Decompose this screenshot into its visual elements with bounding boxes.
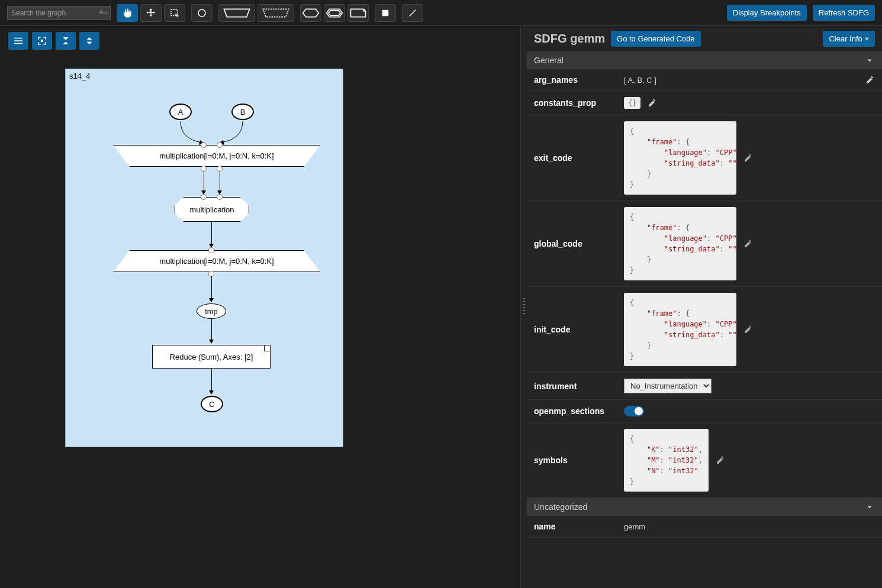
menu-button[interactable] — [8, 32, 28, 50]
add-tasklet[interactable] — [300, 4, 321, 22]
tool-group-add-tasklet — [300, 4, 369, 22]
openmp-toggle[interactable] — [624, 406, 644, 416]
case-sensitive-toggle[interactable]: Aa — [99, 8, 107, 15]
tool-group-add-map — [218, 4, 294, 22]
node-a[interactable]: A — [169, 104, 192, 120]
search-input[interactable] — [7, 6, 111, 20]
prop-instrument: instrument No_Instrumentation — [527, 373, 882, 400]
svg-marker-2 — [224, 9, 249, 17]
add-nested-sdfg[interactable] — [324, 4, 345, 22]
svg-point-12 — [41, 40, 43, 42]
svg-line-8 — [410, 9, 416, 16]
map-entry-node[interactable]: multiplication[i=0:M, j=0:N, k=0:K] — [113, 145, 320, 167]
prop-exit-code: exit_code { "frame": { "language": "CPP"… — [527, 115, 882, 201]
prop-arg-names: arg_names [ A, B, C ] — [527, 69, 882, 91]
add-state[interactable] — [375, 4, 396, 22]
svg-marker-3 — [263, 9, 288, 17]
display-breakpoints-button[interactable]: Display Breakpoints — [727, 5, 807, 21]
section-uncategorized[interactable]: Uncategorized — [527, 498, 882, 516]
info-panel: SDFG gemm Go to Generated Code Clear Inf… — [527, 26, 882, 588]
prop-global-code: global_code { "frame": { "language": "CP… — [527, 201, 882, 287]
state-label: s14_4 — [69, 72, 90, 80]
panel-header: SDFG gemm Go to Generated Code Clear Inf… — [527, 26, 882, 51]
svg-marker-4 — [303, 9, 319, 17]
code-box[interactable]: { "frame": { "language": "CPP", "string_… — [624, 293, 736, 366]
move-tool[interactable] — [140, 4, 162, 22]
goto-generated-code-button[interactable]: Go to Generated Code — [611, 31, 701, 47]
instrument-select[interactable]: No_Instrumentation — [624, 379, 712, 393]
expand-all-button[interactable] — [79, 32, 99, 50]
tmp-node[interactable]: tmp — [197, 303, 226, 319]
edit-icon[interactable] — [716, 455, 725, 465]
graph-panel: s14_4 A B multiplication[i=0:M, j=0:N, k… — [0, 26, 521, 588]
chevron-down-icon — [864, 502, 875, 512]
edit-icon[interactable] — [743, 153, 753, 163]
svg-marker-6 — [329, 10, 340, 15]
select-tool[interactable] — [164, 4, 185, 22]
svg-rect-9 — [14, 38, 22, 39]
svg-rect-10 — [14, 40, 22, 41]
clear-info-button[interactable]: Clear Info × — [823, 31, 875, 47]
edit-icon[interactable] — [648, 98, 657, 108]
constants-badge[interactable]: {} — [624, 97, 640, 109]
search-wrap: Aa — [7, 6, 111, 20]
edit-icon[interactable] — [865, 75, 875, 85]
main: s14_4 A B multiplication[i=0:M, j=0:N, k… — [0, 26, 882, 588]
tool-group-add-state — [375, 4, 396, 22]
chevron-down-icon — [864, 55, 875, 66]
map-exit-node[interactable]: multiplication[i=0:M, j=0:N, k=0:K] — [113, 250, 320, 272]
svg-rect-7 — [382, 9, 389, 16]
add-edge[interactable] — [402, 4, 423, 22]
tool-group-mode — [117, 4, 185, 22]
prop-constants-prop: constants_prop {} — [527, 91, 882, 115]
topbar: Aa — [0, 0, 882, 26]
canvas-toolbar — [8, 32, 99, 50]
edit-icon[interactable] — [743, 239, 753, 248]
prop-symbols: symbols { "K": "int32", "M": "int32", "N… — [527, 423, 882, 498]
code-box[interactable]: { "K": "int32", "M": "int32", "N": "int3… — [624, 429, 709, 492]
code-box[interactable]: { "frame": { "language": "CPP", "string_… — [624, 121, 736, 195]
tool-group-add-edge — [402, 4, 423, 22]
add-map-entry[interactable] — [218, 4, 255, 22]
collapse-all-button[interactable] — [56, 32, 76, 50]
prop-init-code: init_code { "frame": { "language": "CPP"… — [527, 287, 882, 373]
tasklet-node[interactable]: multiplication — [175, 197, 249, 222]
splitter[interactable] — [521, 26, 527, 588]
svg-point-1 — [198, 9, 205, 17]
pan-tool[interactable] — [117, 4, 138, 22]
reduce-label: Reduce (Sum), Axes: [2] — [170, 353, 253, 361]
reduce-node[interactable]: Reduce (Sum), Axes: [2] — [152, 345, 271, 369]
section-general[interactable]: General — [527, 51, 882, 69]
add-access-node[interactable] — [191, 4, 213, 22]
node-c[interactable]: C — [201, 396, 223, 412]
graph-canvas[interactable]: s14_4 A B multiplication[i=0:M, j=0:N, k… — [65, 69, 343, 447]
panel-title: SDFG gemm — [534, 32, 605, 46]
tool-group-add-node — [191, 4, 213, 22]
prop-openmp-sections: openmp_sections — [527, 400, 882, 423]
prop-name: name gemm — [527, 516, 882, 538]
add-library-node[interactable] — [347, 4, 369, 22]
code-box[interactable]: { "frame": { "language": "CPP", "string_… — [624, 207, 736, 280]
edit-icon[interactable] — [743, 325, 753, 334]
fit-view-button[interactable] — [32, 32, 52, 50]
svg-rect-11 — [14, 43, 22, 44]
node-b[interactable]: B — [231, 104, 254, 120]
refresh-sdfg-button[interactable]: Refresh SDFG — [813, 5, 875, 21]
add-consume-entry[interactable] — [257, 4, 294, 22]
